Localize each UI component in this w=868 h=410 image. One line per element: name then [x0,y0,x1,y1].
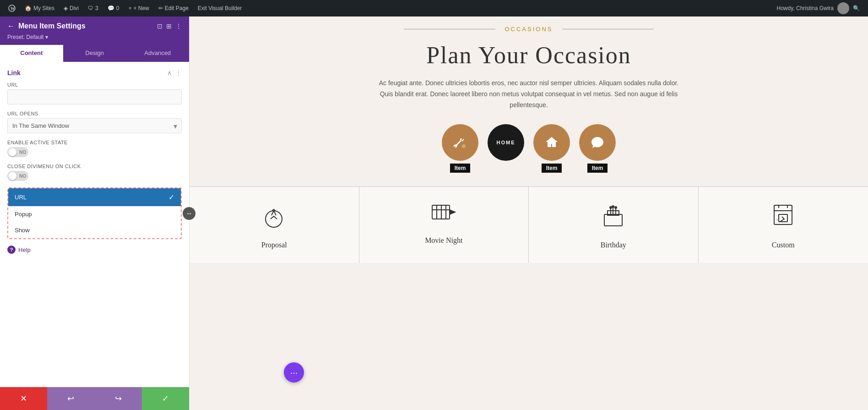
tools-circle [442,124,478,161]
chat-circle-label: Item [587,164,608,173]
url-opens-select-wrap: In The Same Window In The New Window [7,118,182,133]
panel-tabs: Content Design Advanced [0,45,189,62]
tools-circle-label: Item [450,164,471,173]
cancel-button[interactable]: ✕ [0,387,47,410]
edit-page-button[interactable]: ✏ Edit Page [155,0,192,16]
wp-logo[interactable]: W [5,0,19,16]
dropdown-popup-option[interactable]: Popup [8,206,181,222]
close-menu-toggle-row: NO [7,171,182,181]
link-section-title: Link [7,69,21,77]
custom-icon [770,201,796,235]
plan-description: Ac feugiat ante. Donec ultricies loborti… [364,78,694,110]
my-sites-menu[interactable]: 🏠 My Sites [21,0,58,16]
new-content-button[interactable]: + + New [125,0,152,16]
dropdown-show-option[interactable]: Show [8,222,181,238]
close-menu-toggle[interactable]: NO [7,171,28,181]
home-circle: HOME [488,124,524,161]
redo-button[interactable]: ↪ [95,387,142,410]
circle-item-home: HOME [488,124,524,161]
url-label: URL [7,82,182,87]
birthday-label: Birthday [601,241,626,249]
grid-cell-proposal: Proposal [190,187,359,263]
edit-icon: ✏ [158,5,163,11]
dots-icon: ··· [290,367,298,378]
admin-bar: W 🏠 My Sites ◈ Divi 🗨 3 💬 0 + + New ✏ Ed… [0,0,868,16]
circle-item-tools: Item [442,124,478,173]
svg-point-3 [266,211,282,227]
active-state-label: Enable Active State [7,140,182,145]
house-circle-label: Item [542,164,562,173]
message-icon: 💬 [108,5,114,11]
panel-title: Menu Item Settings [18,22,153,30]
circle-items-row: Item HOME Item [190,124,868,173]
user-info: Howdy, Christina Gwira 🔍 [777,2,863,14]
expand-icon[interactable]: ⊡ [157,22,163,30]
chat-circle [579,124,616,161]
birthday-icon [601,201,626,235]
home-circle-text: HOME [497,140,515,145]
grid-icon[interactable]: ⊞ [166,22,172,30]
url-opens-select[interactable]: In The Same Window In The New Window [7,118,182,133]
collapse-icon[interactable]: ∧ [167,69,172,77]
toggle-no-label: NO [19,150,26,155]
messages-menu[interactable]: 💬 0 [104,0,123,16]
save-button[interactable]: ✓ [142,387,189,410]
exit-visual-builder-button[interactable]: Exit Visual Builder [194,0,246,16]
tab-advanced[interactable]: Advanced [126,45,189,62]
settings-panel: ← Menu Item Settings ⊡ ⊞ ⋮ Preset: Defau… [0,16,190,410]
occasions-header: OCCASIONS [190,26,868,33]
toggle-knob [8,148,16,156]
help-row[interactable]: ? Help [7,246,182,254]
svg-point-20 [615,207,617,208]
house-circle [533,124,570,161]
close-toggle-knob [8,172,16,180]
panel-header: ← Menu Item Settings ⊡ ⊞ ⋮ Preset: Defau… [0,16,189,45]
proposal-icon [261,201,287,235]
home-icon: 🏠 [25,5,32,11]
custom-label: Custom [772,241,795,249]
movie-icon [430,201,457,230]
tab-design[interactable]: Design [63,45,126,62]
tab-content[interactable]: Content [0,45,63,62]
panel-content: Link ∧ ⋮ URL URL Opens In The Same Windo… [0,62,189,387]
divi-menu[interactable]: ◈ Divi [60,0,82,16]
site-preview: OCCASIONS Plan Your Occasion Ac feugiat … [190,16,868,410]
active-state-toggle[interactable]: NO [7,147,28,157]
movie-label: Movie Night [425,236,462,245]
search-icon[interactable]: 🔍 [853,5,860,11]
comment-icon: 🗨 [88,5,93,11]
comments-menu[interactable]: 🗨 3 [84,0,102,16]
help-icon: ? [7,246,16,254]
svg-point-19 [612,206,614,208]
preset-row[interactable]: Preset: Default ▾ [7,34,182,45]
resize-handle[interactable]: ↔ [183,207,195,220]
link-section-header: Link ∧ ⋮ [7,69,182,77]
grid-cell-birthday: Birthday [529,187,699,263]
undo-button[interactable]: ↩ [47,387,94,410]
panel-footer: ✕ ↩ ↪ ✓ [0,387,189,410]
site-content: OCCASIONS Plan Your Occasion Ac feugiat … [190,16,868,263]
floating-menu-button[interactable]: ··· [284,362,304,383]
url-input[interactable] [7,89,182,104]
close-toggle-no-label: NO [19,174,26,179]
proposal-label: Proposal [261,241,287,249]
plan-title: Plan Your Occasion [190,42,868,69]
bottom-grid: Proposal Movie Night [190,186,868,263]
circle-item-house: Item [533,124,570,173]
close-menu-label: Close DiviMenu On Click [7,164,182,169]
occasions-title: OCCASIONS [495,26,562,33]
dropdown-url-option[interactable]: URL ✓ [8,188,181,206]
active-state-toggle-row: NO [7,147,182,157]
avatar[interactable] [837,2,849,14]
section-more-icon[interactable]: ⋮ [175,69,182,77]
main-layout: ← Menu Item Settings ⊡ ⊞ ⋮ Preset: Defau… [0,16,868,410]
link-type-dropdown: URL ✓ Popup Show [7,187,182,239]
grid-cell-movie: Movie Night [359,187,529,263]
back-arrow-icon[interactable]: ← [7,22,15,30]
svg-point-2 [462,144,466,148]
svg-point-18 [610,207,612,208]
more-options-icon[interactable]: ⋮ [175,22,182,30]
svg-text:W: W [11,6,15,11]
check-icon: ✓ [168,193,174,202]
occasions-line-left [404,29,495,29]
